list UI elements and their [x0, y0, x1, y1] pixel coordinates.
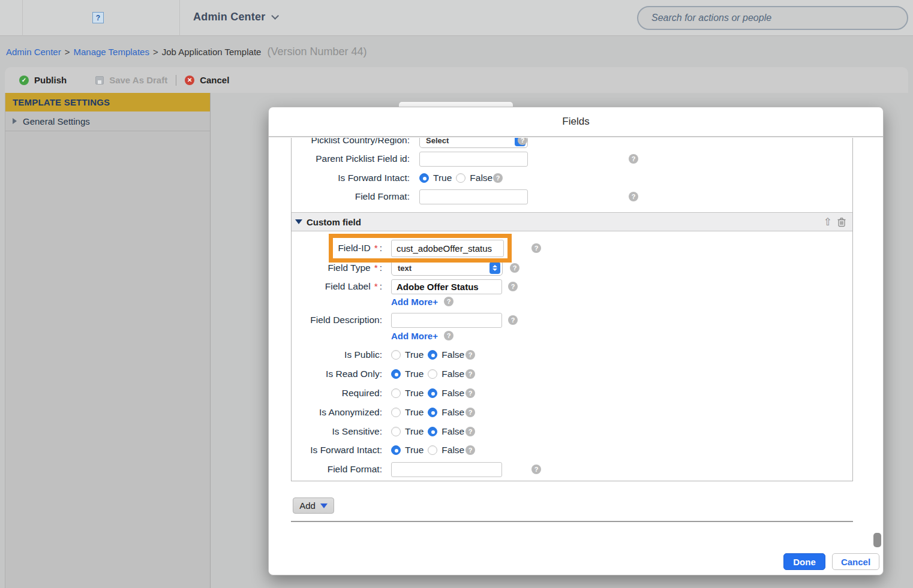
done-button[interactable]: Done	[783, 553, 825, 570]
dialog-title: Fields	[269, 107, 883, 137]
triangle-right-icon	[13, 118, 17, 124]
x-circle-icon: ✕	[185, 76, 194, 85]
company-logo-placeholder-icon: ?	[92, 12, 104, 23]
radio-false-label: False	[442, 426, 464, 437]
field-label: Picklist Country/Region:	[311, 138, 410, 146]
field-type-select[interactable]: text	[391, 260, 503, 276]
radio-true[interactable]	[391, 427, 401, 436]
field-label: Field Label*:	[325, 281, 382, 292]
global-search	[637, 6, 908, 30]
radio-true-label: True	[405, 426, 424, 437]
radio-false[interactable]	[428, 388, 437, 398]
save-as-draft-label: Save As Draft	[109, 75, 167, 85]
radio-true-label: True	[405, 388, 424, 399]
radio-false[interactable]	[428, 445, 437, 455]
add-more-link[interactable]: Add More+	[391, 331, 438, 341]
help-icon[interactable]: ?	[465, 408, 475, 417]
help-icon[interactable]: ?	[508, 282, 518, 291]
footer-divider	[291, 521, 853, 522]
save-as-draft-button[interactable]: Save As Draft	[95, 75, 167, 85]
chevron-down-icon	[272, 12, 280, 20]
field-label: Is Anonymized:	[319, 407, 382, 418]
radio-true[interactable]	[391, 388, 401, 398]
radio-false[interactable]	[428, 369, 437, 379]
radio-false-label: False	[442, 369, 464, 379]
breadcrumb-separator: >	[65, 47, 70, 57]
help-icon[interactable]: ?	[531, 243, 541, 253]
radio-true-label: True	[405, 445, 424, 456]
field-label: Is Forward Intact:	[310, 445, 382, 456]
move-up-icon[interactable]: ⇧	[824, 217, 832, 227]
dropdown-triangle-icon	[320, 503, 328, 508]
field-description-input[interactable]	[391, 313, 502, 328]
required-marker: *	[374, 263, 378, 273]
add-field-button[interactable]: Add	[293, 497, 334, 514]
field-row-field-description: Field Description: ?	[292, 312, 852, 328]
publish-button[interactable]: ✓ Publish	[19, 75, 67, 85]
radio-false-label: False	[442, 349, 464, 360]
radio-false[interactable]	[428, 408, 437, 417]
help-icon[interactable]: ?	[493, 173, 503, 183]
radio-true[interactable]	[419, 173, 429, 183]
help-icon[interactable]: ?	[444, 331, 454, 340]
cancel-label: Cancel	[200, 75, 229, 85]
help-icon[interactable]: ?	[510, 263, 519, 273]
field-label: Field Description:	[310, 315, 382, 325]
check-circle-icon: ✓	[19, 76, 29, 85]
admin-center-menu[interactable]: Admin Center	[193, 11, 277, 23]
delete-trash-icon[interactable]	[837, 217, 846, 227]
parent-picklist-id-input[interactable]	[419, 152, 528, 167]
radio-false-label: False	[442, 388, 464, 399]
field-format-top-input[interactable]	[419, 189, 528, 204]
help-icon[interactable]: ?	[465, 388, 475, 398]
radio-true[interactable]	[391, 350, 401, 360]
breadcrumb-link-admin-center[interactable]: Admin Center	[6, 47, 61, 57]
radio-false[interactable]	[428, 350, 437, 360]
help-icon[interactable]: ?	[465, 445, 475, 455]
radio-false-label: False	[442, 407, 464, 418]
field-row-field-format-top: Field Format: ?	[292, 188, 852, 205]
add-button-label: Add	[299, 500, 316, 511]
required-radio-group: True False	[391, 388, 464, 399]
help-icon[interactable]: ?	[531, 465, 541, 474]
help-icon[interactable]: ?	[465, 369, 475, 379]
add-more-row: Add More+ ?	[292, 327, 852, 344]
dialog-scrollbar-thumb[interactable]	[873, 533, 881, 547]
radio-true[interactable]	[391, 408, 401, 417]
search-input[interactable]	[638, 7, 907, 29]
breadcrumb-separator: >	[153, 47, 158, 57]
help-icon[interactable]: ?	[629, 154, 638, 164]
help-icon[interactable]: ?	[508, 315, 518, 325]
sidebar-item-label: General Settings	[23, 116, 90, 126]
field-label: Field Format:	[328, 464, 382, 475]
is-sensitive-radio-group: True False	[391, 426, 464, 437]
custom-field-section-header[interactable]: Custom field ⇧	[292, 212, 852, 231]
breadcrumb-link-manage-templates[interactable]: Manage Templates	[73, 47, 149, 57]
add-more-link[interactable]: Add More+	[391, 297, 438, 307]
add-more-row: Add More+ ?	[292, 293, 852, 310]
select-value: text	[398, 264, 412, 273]
help-icon[interactable]: ?	[444, 297, 454, 306]
help-icon[interactable]: ?	[629, 192, 638, 201]
header-divider	[179, 0, 180, 36]
field-label: Is Sensitive:	[332, 426, 382, 437]
radio-true[interactable]	[391, 445, 401, 455]
picklist-country-select[interactable]: Select	[419, 138, 528, 148]
radio-false[interactable]	[456, 173, 465, 183]
fields-scroll-panel: Picklist Country/Region: Select ? Parent…	[291, 138, 853, 481]
sidebar-item-general-settings[interactable]: General Settings	[5, 111, 210, 131]
select-stepper-icon	[489, 262, 500, 274]
field-label: Is Forward Intact:	[338, 173, 410, 183]
cancel-button[interactable]: ✕ Cancel	[185, 75, 229, 85]
field-id-input[interactable]	[391, 240, 504, 257]
dialog-cancel-button[interactable]: Cancel	[832, 553, 879, 570]
field-format-input[interactable]	[391, 462, 502, 477]
field-label-input[interactable]	[391, 279, 502, 294]
help-icon[interactable]: ?	[465, 427, 475, 436]
radio-true[interactable]	[391, 369, 401, 379]
radio-false[interactable]	[428, 427, 437, 436]
radio-true-label: True	[405, 369, 424, 379]
page-root: ? Admin Center Admin Center > Manage Tem…	[0, 0, 913, 588]
help-icon[interactable]: ?	[465, 350, 475, 360]
is-public-radio-group: True False	[391, 349, 464, 360]
